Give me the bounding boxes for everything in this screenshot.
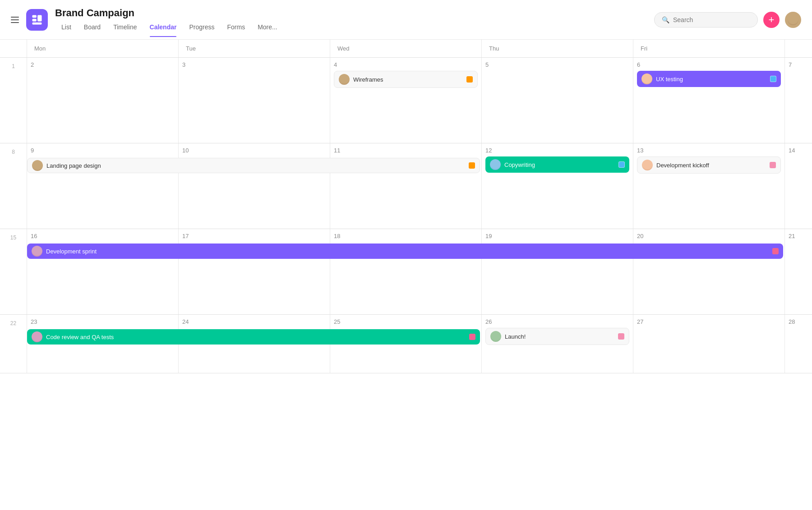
svg-rect-2: [37, 15, 42, 21]
event-launch[interactable]: Launch!: [485, 328, 629, 345]
calendar: Mon Tue Wed Thu Fri 1 2 3 4 Wireframes 5: [0, 40, 812, 373]
add-button[interactable]: +: [763, 12, 780, 28]
spanning-event-landing-page-design[interactable]: Landing page design: [27, 158, 480, 173]
day-cell-thu-19[interactable]: 19: [482, 229, 633, 314]
event-label: Launch!: [505, 333, 614, 340]
day-num: 17: [182, 233, 326, 239]
event-label: Copywriting: [504, 161, 615, 168]
day-num: 18: [334, 233, 478, 239]
day-num: 27: [637, 318, 781, 325]
day-cell-sat-7[interactable]: 7: [785, 58, 812, 143]
week-num-2: 8: [0, 143, 27, 229]
day-num: 11: [334, 147, 478, 154]
tab-timeline[interactable]: Timeline: [107, 22, 143, 32]
hamburger-menu[interactable]: [11, 17, 19, 23]
day-num: 21: [789, 233, 808, 239]
event-copywriting[interactable]: Copywriting: [485, 156, 629, 173]
day-cell-fri-6[interactable]: 6 UX testing: [633, 58, 785, 143]
avatar-face: [788, 14, 798, 25]
user-avatar[interactable]: [785, 12, 801, 28]
header-right: 🔍 +: [654, 12, 801, 28]
event-avatar: [490, 331, 501, 342]
search-input[interactable]: [673, 16, 750, 23]
day-num: 25: [334, 318, 478, 325]
search-icon: 🔍: [662, 16, 669, 23]
event-avatar: [490, 159, 501, 170]
week-num-3: 15: [0, 229, 27, 314]
tab-board[interactable]: Board: [78, 22, 107, 32]
spanning-event-development-sprint[interactable]: Development sprint: [27, 244, 783, 259]
day-cell-wed-4[interactable]: 4 Wireframes: [330, 58, 482, 143]
day-cell-fri-20[interactable]: 20: [633, 229, 785, 314]
calendar-day-headers: Mon Tue Wed Thu Fri: [0, 40, 812, 58]
app-icon: [26, 9, 48, 31]
day-num: 23: [31, 318, 175, 325]
day-cell-mon-9[interactable]: 9: [27, 143, 179, 229]
day-cell-thu-12[interactable]: 12 Copywriting: [482, 143, 633, 229]
day-cell-thu-26[interactable]: 26 Launch!: [482, 315, 633, 373]
event-label: UX testing: [656, 76, 766, 83]
day-num: 13: [637, 147, 781, 154]
day-header-sat: [785, 40, 812, 57]
week-row-2: 8 9 10 11 12 Copywriting 13 Development …: [0, 143, 812, 229]
tab-forms[interactable]: Forms: [221, 22, 252, 32]
event-label: Wireframes: [353, 76, 463, 83]
tab-list[interactable]: List: [55, 22, 78, 32]
event-ux-testing[interactable]: UX testing: [637, 71, 781, 87]
search-bar[interactable]: 🔍: [654, 12, 758, 28]
day-cell-wed-11[interactable]: 11: [330, 143, 482, 229]
tab-more[interactable]: More...: [251, 22, 284, 32]
week-num-4: 22: [0, 315, 27, 373]
day-cell-tue-10[interactable]: 10: [179, 143, 330, 229]
tab-calendar[interactable]: Calendar: [143, 22, 183, 32]
day-cell-mon-2[interactable]: 2: [27, 58, 179, 143]
day-header-wed: Wed: [330, 40, 482, 57]
day-cell-thu-5[interactable]: 5: [482, 58, 633, 143]
week-num-1: 1: [0, 58, 27, 143]
day-num: 6: [637, 61, 781, 68]
event-avatar: [642, 160, 653, 170]
event-dot: [466, 76, 473, 83]
day-cell-wed-18[interactable]: 18: [330, 229, 482, 314]
event-avatar: [641, 74, 652, 84]
event-dot: [618, 161, 625, 168]
event-label: Development kickoff: [656, 162, 766, 169]
day-num: 12: [485, 147, 629, 154]
day-num: 28: [789, 318, 808, 325]
day-cell-fri-27[interactable]: 27: [633, 315, 785, 373]
svg-rect-3: [32, 22, 42, 24]
tab-progress[interactable]: Progress: [183, 22, 221, 32]
day-cell-tue-3[interactable]: 3: [179, 58, 330, 143]
day-header-thu: Thu: [482, 40, 633, 57]
day-cell-fri-13[interactable]: 13 Development kickoff: [633, 143, 785, 229]
svg-rect-1: [32, 18, 37, 21]
day-num: 5: [485, 61, 629, 68]
day-num: 14: [789, 147, 808, 154]
day-cell-mon-16[interactable]: 16: [27, 229, 179, 314]
day-num: 20: [637, 233, 781, 239]
event-wireframes[interactable]: Wireframes: [334, 71, 478, 88]
day-cell-sat-21[interactable]: 21: [785, 229, 812, 314]
day-num: 16: [31, 233, 175, 239]
day-num: 19: [485, 233, 629, 239]
event-dot: [618, 333, 624, 340]
day-header-mon: Mon: [27, 40, 179, 57]
svg-rect-0: [32, 15, 37, 18]
week-row-1: 1 2 3 4 Wireframes 5 6 UX testing: [0, 58, 812, 143]
day-num: 10: [182, 147, 326, 154]
day-num: 2: [31, 61, 175, 68]
project-title: Brand Campaign: [55, 7, 654, 19]
event-dot: [770, 162, 776, 168]
day-num: 7: [789, 61, 808, 68]
day-num: 26: [485, 318, 629, 325]
spanning-event-code-review-and-qa-tests[interactable]: Code review and QA tests: [27, 329, 480, 345]
day-header-tue: Tue: [179, 40, 330, 57]
day-num: 3: [182, 61, 326, 68]
day-cell-tue-17[interactable]: 17: [179, 229, 330, 314]
day-cell-sat-14[interactable]: 14: [785, 143, 812, 229]
day-cell-sat-28[interactable]: 28: [785, 315, 812, 373]
project-info: Brand Campaign List Board Timeline Calen…: [55, 7, 654, 32]
event-development-kickoff[interactable]: Development kickoff: [637, 156, 781, 174]
day-header-fri: Fri: [633, 40, 785, 57]
day-num: 24: [182, 318, 326, 325]
